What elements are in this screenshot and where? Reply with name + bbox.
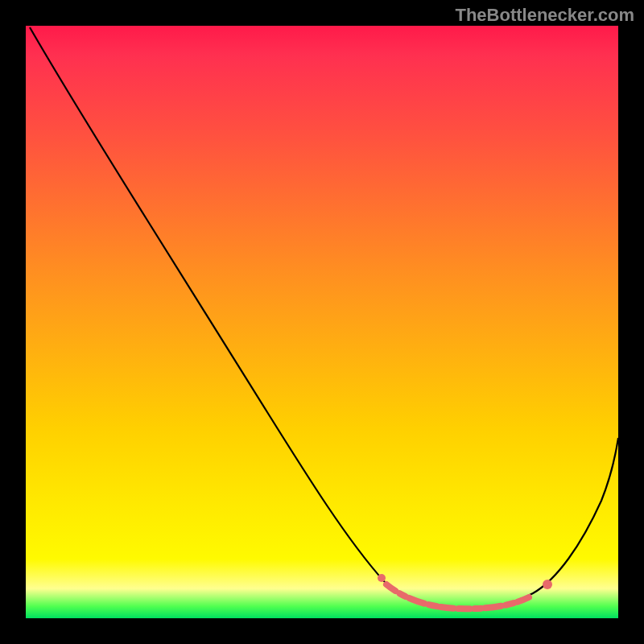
watermark-text: TheBottlenecker.com	[455, 5, 634, 26]
chart-frame: TheBottlenecker.com	[0, 0, 644, 644]
chart-plot	[26, 26, 618, 618]
highlight-dot-left	[378, 574, 386, 582]
bottleneck-curve	[30, 27, 618, 609]
valley-highlight-band	[386, 584, 529, 609]
highlight-dot	[543, 580, 552, 589]
